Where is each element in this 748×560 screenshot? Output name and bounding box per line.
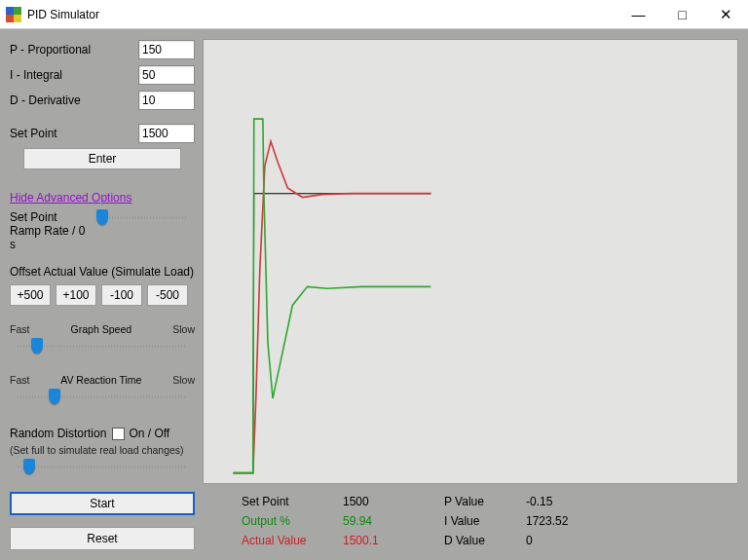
reset-button[interactable]: Reset xyxy=(10,527,195,550)
titlebar: PID Simulator ― □ ✕ xyxy=(0,0,748,29)
setpoint-input[interactable] xyxy=(138,124,195,143)
ramp-label-1: Set Point xyxy=(10,210,93,224)
readout-ival-label: I Value xyxy=(444,511,522,531)
ramp-label-2: Ramp Rate / 0 s xyxy=(10,224,93,251)
reaction-slider[interactable] xyxy=(10,392,195,401)
offset-label: Offset Actual Value (Simulate Load) xyxy=(10,265,195,279)
app-icon xyxy=(6,7,21,22)
distortion-onoff: On / Off xyxy=(129,427,169,440)
window-title: PID Simulator xyxy=(27,8,99,21)
readout-ival-value: 1723.52 xyxy=(526,511,594,531)
readout-pval-label: P Value xyxy=(444,492,522,511)
distortion-slider[interactable] xyxy=(10,462,195,471)
distortion-checkbox[interactable] xyxy=(112,428,125,440)
p-label: P - Proportional xyxy=(10,43,138,56)
chart-svg xyxy=(204,40,737,483)
minimize-button[interactable]: ― xyxy=(617,0,660,29)
offset-minus-500-button[interactable]: -500 xyxy=(147,284,188,306)
reaction-label: AV Reaction Time xyxy=(60,374,141,386)
offset-minus-100-button[interactable]: -100 xyxy=(101,284,142,306)
readout-setpoint-label: Set Point xyxy=(242,492,339,511)
distortion-sub: (Set full to simulate real load changes) xyxy=(10,444,195,456)
enter-button[interactable]: Enter xyxy=(23,148,181,169)
readout-output-value: 59.94 xyxy=(343,511,440,531)
toggle-advanced-link[interactable]: Hide Advanced Options xyxy=(10,191,195,205)
reaction-slow: Slow xyxy=(172,374,195,386)
d-input[interactable] xyxy=(138,91,195,110)
readout-dval-label: D Value xyxy=(444,531,522,550)
readout-actual-value: 1500.1 xyxy=(343,531,440,550)
distortion-label: Random Distortion xyxy=(10,427,106,440)
readout-panel: Set Point Output % Actual Value 1500 59.… xyxy=(203,484,738,550)
graph-speed-slider[interactable] xyxy=(10,341,195,351)
i-label: I - Integral xyxy=(10,68,138,82)
graph-speed-slow: Slow xyxy=(172,323,195,335)
start-button[interactable]: Start xyxy=(10,492,195,515)
close-button[interactable]: ✕ xyxy=(704,0,748,29)
ramp-slider[interactable] xyxy=(93,212,195,222)
graph-speed-fast: Fast xyxy=(10,323,29,335)
readout-dval-value: 0 xyxy=(526,531,594,550)
readout-pval-value: -0.15 xyxy=(526,492,594,511)
readout-actual-label: Actual Value xyxy=(242,531,339,550)
left-panel: P - Proportional I - Integral D - Deriva… xyxy=(10,39,195,550)
readout-output-label: Output % xyxy=(242,511,339,531)
chart-area xyxy=(203,39,738,484)
i-input[interactable] xyxy=(138,65,195,85)
graph-speed-label: Graph Speed xyxy=(71,323,131,335)
offset-plus-500-button[interactable]: +500 xyxy=(10,284,51,306)
p-input[interactable] xyxy=(138,40,195,59)
readout-setpoint-value: 1500 xyxy=(343,492,440,511)
offset-plus-100-button[interactable]: +100 xyxy=(56,284,96,306)
maximize-button[interactable]: □ xyxy=(660,0,704,29)
reaction-fast: Fast xyxy=(10,374,29,386)
d-label: D - Derivative xyxy=(10,93,138,107)
setpoint-label: Set Point xyxy=(10,127,138,140)
